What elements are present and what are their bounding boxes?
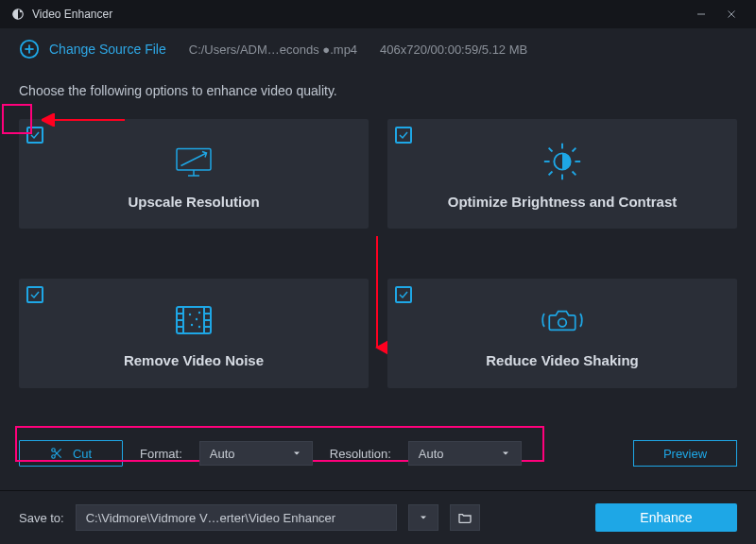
brightness-icon — [540, 139, 585, 184]
scissors-icon — [50, 447, 63, 460]
resolution-dropdown[interactable]: Auto — [408, 441, 522, 466]
svg-point-32 — [191, 324, 193, 326]
svg-point-30 — [189, 314, 191, 315]
header: Change Source File C:/Users/ADM…econds ●… — [0, 28, 756, 70]
resolution-value: Auto — [419, 447, 444, 461]
open-folder-button[interactable] — [450, 504, 480, 531]
svg-point-31 — [196, 318, 198, 320]
camera-shake-icon — [540, 298, 585, 343]
svg-line-17 — [549, 147, 553, 151]
controls-row: Cut Format: Auto Resolution: Auto Previe… — [0, 418, 756, 475]
option-reduce-shaking[interactable]: Reduce Video Shaking — [387, 279, 737, 388]
caret-down-icon — [500, 448, 511, 459]
save-path-dropdown[interactable] — [408, 504, 438, 531]
app-icon — [11, 8, 25, 21]
window-title: Video Enhancer — [32, 8, 112, 21]
instruction-text: Choose the following options to enhance … — [0, 70, 756, 102]
film-noise-icon — [171, 298, 216, 343]
cut-button[interactable]: Cut — [19, 440, 123, 467]
svg-point-34 — [198, 326, 200, 328]
option-label: Remove Video Noise — [124, 352, 264, 368]
monitor-up-icon — [171, 139, 216, 184]
save-to-label: Save to: — [19, 511, 64, 525]
source-file-info: 406x720/00:00:59/5.12 MB — [380, 42, 527, 57]
change-source-button[interactable]: Change Source File — [19, 39, 166, 60]
option-remove-noise[interactable]: Remove Video Noise — [19, 279, 369, 388]
checkbox-brightness[interactable] — [395, 127, 412, 144]
bottom-bar: Save to: C:\Vidmore\Vidmore V…erter\Vide… — [0, 491, 756, 544]
format-value: Auto — [210, 447, 235, 461]
save-path-field[interactable]: C:\Vidmore\Vidmore V…erter\Video Enhance… — [76, 504, 397, 531]
preview-label: Preview — [663, 447, 707, 461]
svg-line-11 — [181, 153, 207, 166]
resolution-label: Resolution: — [330, 447, 391, 461]
checkbox-upscale[interactable] — [26, 127, 43, 144]
titlebar: Video Enhancer — [0, 0, 756, 28]
enhance-button[interactable]: Enhance — [595, 503, 737, 532]
preview-button[interactable]: Preview — [633, 440, 737, 467]
option-label: Reduce Video Shaking — [486, 352, 638, 368]
option-label: Optimize Brightness and Contrast — [448, 194, 678, 210]
change-source-label: Change Source File — [49, 42, 166, 57]
enhance-label: Enhance — [640, 510, 692, 525]
plus-circle-icon — [19, 39, 40, 60]
folder-icon — [457, 510, 472, 525]
save-path-value: C:\Vidmore\Vidmore V…erter\Video Enhance… — [86, 511, 335, 525]
svg-line-20 — [573, 147, 576, 151]
option-label: Upscale Resolution — [128, 194, 259, 210]
svg-point-35 — [558, 318, 567, 327]
minimize-button[interactable] — [686, 0, 716, 28]
source-file-path: C:/Users/ADM…econds ●.mp4 — [189, 42, 357, 57]
close-button[interactable] — [716, 0, 747, 28]
option-upscale-resolution[interactable]: Upscale Resolution — [19, 119, 369, 229]
svg-point-38 — [52, 449, 56, 452]
format-label: Format: — [140, 447, 182, 461]
cut-label: Cut — [73, 447, 92, 461]
checkbox-shaking[interactable] — [395, 286, 412, 303]
annotation-arrow-vertical — [367, 234, 387, 357]
svg-point-39 — [52, 455, 56, 459]
svg-point-33 — [198, 312, 200, 314]
options-grid: Upscale Resolution Optimize Brightness a… — [0, 102, 756, 418]
checkbox-noise[interactable] — [26, 286, 43, 303]
svg-point-1 — [20, 10, 22, 12]
svg-line-19 — [549, 171, 553, 175]
option-brightness-contrast[interactable]: Optimize Brightness and Contrast — [387, 119, 737, 229]
format-dropdown[interactable]: Auto — [199, 441, 313, 466]
caret-down-icon — [291, 448, 302, 459]
svg-line-18 — [573, 171, 576, 175]
